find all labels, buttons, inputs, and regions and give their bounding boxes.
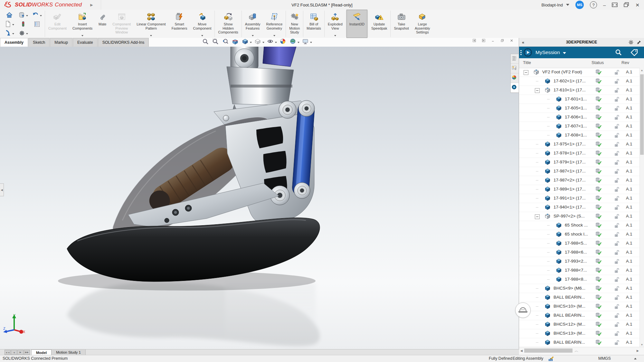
scroll-down-icon[interactable]: ▼ [640, 343, 644, 346]
component-label[interactable]: VF2 Foot (VF2 Foot) [542, 70, 582, 74]
search-icon[interactable] [615, 49, 622, 56]
new-motion-study-button[interactable]: New Motion Study [286, 10, 303, 38]
component-label[interactable]: 17-988<8... [565, 277, 587, 282]
tag-icon[interactable] [630, 49, 638, 56]
task-pane-tab-appearances-scenes[interactable] [511, 73, 519, 83]
graphics-area[interactable]: Y Z X ◀ [0, 47, 519, 349]
component-label[interactable]: 17-978<1> (17... [554, 151, 586, 155]
instant3d-button[interactable]: Instant3D [346, 10, 367, 38]
linear-component-pattern-button[interactable]: Linear Component Pattern [134, 10, 169, 38]
tree-row[interactable]: 17-991<1> (17...A.1 [519, 194, 644, 203]
view-orientation-button[interactable] [242, 38, 252, 47]
edit-appearance-button[interactable] [280, 38, 287, 47]
previous-view-button[interactable] [222, 38, 229, 47]
tree-row[interactable]: 17-987<1> (17...A.1 [519, 167, 644, 176]
tree-row[interactable]: 17-989<1> (17...A.1 [519, 185, 644, 194]
unlock-icon[interactable] [614, 69, 620, 76]
unlock-icon[interactable] [614, 204, 620, 211]
column-rev[interactable]: Rev [621, 60, 629, 65]
component-label[interactable]: 17-601<1... [565, 97, 587, 101]
session-selector[interactable]: MySession [535, 50, 560, 55]
component-label[interactable]: 17-991<1> (17... [554, 196, 586, 200]
next-tab-button[interactable]: ▶ [17, 350, 24, 355]
tree-row[interactable]: 65 shock l...A.1 [519, 230, 644, 239]
component-label[interactable]: 17-988<6... [565, 250, 587, 255]
unlock-icon[interactable] [614, 222, 620, 229]
unlock-icon[interactable] [614, 114, 620, 121]
dock-left-button[interactable] [473, 39, 478, 45]
tree-row[interactable]: 17-940<1> (17...A.1 [519, 203, 644, 212]
zoom-to-fit-button[interactable] [202, 38, 209, 47]
tab-evaluate[interactable]: Evaluate [73, 38, 98, 47]
unlock-icon[interactable] [614, 339, 620, 347]
tree-row[interactable]: 17-988<6...A.1 [519, 248, 644, 257]
close-button[interactable]: ✕ [635, 3, 639, 7]
tree-row[interactable]: 17-988<7...A.1 [519, 266, 644, 275]
tree-row[interactable]: 17-975<1> (17...A.1 [519, 140, 644, 149]
model-bearing[interactable] [279, 101, 296, 118]
drag-handle[interactable] [519, 50, 523, 55]
apply-scene-button[interactable] [290, 38, 299, 47]
collapse-tree-icon[interactable]: ︿ [574, 348, 578, 354]
caret-down-icon[interactable] [273, 35, 275, 36]
unlock-icon[interactable] [614, 195, 620, 202]
tree-row[interactable]: BHCS<13> (M...A.1 [519, 329, 644, 338]
component-label[interactable]: BALL BEARIN... [554, 313, 585, 318]
unlock-icon[interactable] [614, 267, 620, 274]
component-label[interactable]: BHCS<12> (M... [554, 322, 585, 327]
tree-row[interactable]: BALL BEARIN...A.1 [519, 338, 644, 347]
close-doc-button[interactable] [510, 39, 515, 45]
component-label[interactable]: 17-979<1> (17... [554, 160, 586, 164]
feature-manager-collapsed-tab[interactable]: ◀ [0, 183, 4, 196]
insert-components-button[interactable]: Insert Components [70, 10, 95, 38]
import-arrow-button[interactable] [3, 30, 16, 38]
large-assembly-settings-button[interactable]: Large Assembly Settings [412, 10, 433, 38]
unlock-icon[interactable] [614, 303, 620, 311]
3dexperience-compass-icon[interactable] [523, 48, 532, 57]
tab-solidworks-add-ins[interactable]: SOLIDWORKS Add-Ins [98, 38, 149, 47]
undo-button[interactable] [31, 12, 44, 20]
restore-doc-button[interactable] [501, 39, 506, 45]
component-label[interactable]: BALL BEARIN... [554, 295, 585, 300]
component-label[interactable]: BHCS<9> (M6... [554, 286, 585, 291]
avatar[interactable]: MS [575, 1, 584, 9]
tree-row[interactable]: 17-978<1> (17...A.1 [519, 149, 644, 158]
tab-sketch[interactable]: Sketch [28, 38, 50, 47]
take-snapshot-button[interactable]: Take Snapshot [391, 10, 412, 38]
unlock-icon[interactable] [614, 240, 620, 247]
scroll-right-icon[interactable]: ▶ [637, 349, 639, 352]
tree-row[interactable]: 17-605<1...A.1 [519, 104, 644, 113]
unlock-icon[interactable] [614, 78, 620, 85]
bill-of-materials-button[interactable]: Bill of Materials [304, 10, 324, 38]
tree-row[interactable]: SP-997<2> (S...A.1 [519, 212, 644, 221]
home-button[interactable] [3, 12, 16, 20]
tree-row[interactable]: 65 Shock ...A.1 [519, 221, 644, 230]
reference-geometry-button[interactable]: Reference Geometry [263, 10, 286, 38]
tree-row[interactable]: 17-988<8...A.1 [519, 275, 644, 284]
tree-row[interactable]: 17-608<1...A.1 [519, 131, 644, 140]
component-label[interactable]: 65 shock l... [565, 232, 588, 237]
assembly-features-button[interactable]: Assembly Features [242, 10, 263, 38]
unlock-icon[interactable] [614, 123, 620, 130]
unlock-icon[interactable] [614, 168, 620, 175]
dock-right-button[interactable] [482, 39, 487, 45]
task-pane-tab-design-library[interactable] [511, 54, 519, 64]
account-menu[interactable]: Biodapt-Ind [542, 3, 570, 7]
scroll-left-icon[interactable]: ◀ [520, 349, 523, 352]
tree-row[interactable]: BHCS<9> (M6...A.1 [519, 284, 644, 293]
component-label[interactable]: 17-940<1> (17... [554, 205, 586, 209]
view-settings-button[interactable] [302, 38, 312, 47]
component-label[interactable]: BALL BEARIN... [554, 340, 585, 345]
unlock-icon[interactable] [614, 294, 620, 302]
document-properties-button[interactable] [31, 21, 44, 29]
tree-expander[interactable] [535, 88, 540, 93]
help-button[interactable]: ? [590, 1, 597, 8]
component-label[interactable]: SP-997<2> (S... [554, 214, 585, 218]
update-speedpak-button[interactable]: Update Speedpak [368, 10, 390, 38]
scrollbar-thumb[interactable] [640, 74, 644, 155]
model-bearing[interactable] [298, 100, 315, 116]
tree-row[interactable]: 17-987<2> (17...A.1 [519, 176, 644, 185]
tree-row[interactable]: 17-993<2...A.1 [519, 257, 644, 266]
unlock-icon[interactable] [614, 258, 620, 265]
component-label[interactable]: 17-988<7... [565, 268, 587, 273]
